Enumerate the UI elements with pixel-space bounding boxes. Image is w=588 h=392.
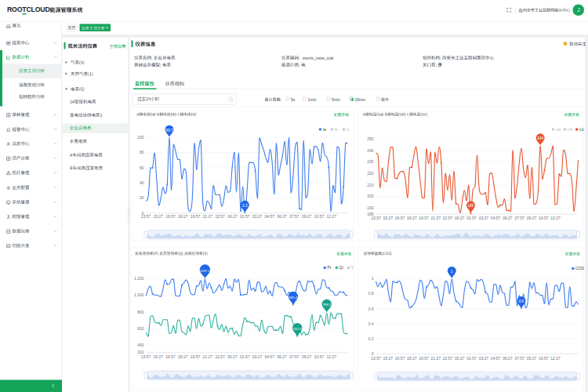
svg-text:03:27: 03:27 [252,214,263,219]
svg-text:04:57: 04:57 [265,354,275,359]
svg-text:18:27: 18:27 [407,356,417,361]
svg-text:20: 20 [140,195,144,200]
svg-text:12:27: 12:27 [550,356,561,361]
svg-text:21:27: 21:27 [431,216,441,220]
svg-text:0.6: 0.6 [368,307,374,311]
svg-text:600: 600 [137,326,144,331]
svg-text:07:57: 07:57 [514,216,524,220]
svg-text:15:27: 15:27 [383,356,393,361]
svg-text:S: S [351,265,354,270]
svg-text:60: 60 [140,165,144,170]
svg-text:07:57: 07:57 [514,356,524,361]
svg-text:04:57: 04:57 [491,356,501,361]
svg-text:Ia: Ia [323,127,326,132]
svg-text:21:27: 21:27 [431,356,441,361]
svg-text:21:27: 21:27 [203,354,213,359]
svg-text:1: 1 [372,276,374,281]
svg-text:22:57: 22:57 [215,354,225,359]
svg-text:Pt: Pt [328,265,332,270]
svg-text:19:57: 19:57 [191,354,201,359]
svg-text:21:27: 21:27 [203,214,213,219]
svg-text:COS: COS [575,266,584,270]
svg-text:04:57: 04:57 [491,216,501,220]
svg-text:0: 0 [372,351,374,356]
svg-text:06:27: 06:27 [277,214,287,219]
svg-text:09:27: 09:27 [527,356,537,361]
svg-text:0.4: 0.4 [368,321,374,326]
svg-text:0.2: 0.2 [368,336,374,341]
svg-text:19:57: 19:57 [419,216,429,220]
svg-text:13:57: 13:57 [371,216,381,220]
svg-text:10:57: 10:57 [314,214,325,219]
svg-text:09:27: 09:27 [302,214,312,219]
svg-text:16:57: 16:57 [165,354,176,359]
svg-text:15:27: 15:27 [383,216,393,220]
svg-text:13:57: 13:57 [141,214,151,219]
svg-text:10:57: 10:57 [539,356,549,361]
svg-text:12:27: 12:27 [550,216,561,220]
svg-text:502.4: 502.4 [293,327,302,331]
svg-text:16:57: 16:57 [395,356,405,361]
svg-text:10:57: 10:57 [314,354,325,359]
svg-text:Ub: Ub [568,127,573,132]
svg-text:09:27: 09:27 [527,216,537,220]
svg-text:06:27: 06:27 [277,354,287,359]
svg-text:00:27: 00:27 [455,216,465,220]
svg-text:881.4: 881.4 [289,296,298,299]
svg-text:Ua: Ua [556,127,561,132]
svg-text:03:27: 03:27 [479,216,489,220]
svg-text:10:57: 10:57 [539,216,549,220]
svg-text:80: 80 [140,150,144,154]
svg-text:22:57: 22:57 [443,216,453,220]
svg-text:15:27: 15:27 [153,354,163,359]
svg-text:Ib: Ib [335,127,338,132]
svg-text:0.6: 0.6 [519,299,524,303]
svg-text:07:57: 07:57 [289,354,299,359]
svg-text:Uc: Uc [579,127,584,132]
svg-text:1,200: 1,200 [134,276,144,281]
svg-text:185: 185 [467,204,474,208]
svg-text:220: 220 [367,171,374,176]
svg-text:18:27: 18:27 [178,354,188,359]
svg-text:1: 1 [451,270,453,274]
svg-text:03:27: 03:27 [252,354,263,359]
svg-text:12:27: 12:27 [326,354,336,359]
svg-text:04:57: 04:57 [265,214,275,219]
svg-text:200: 200 [367,194,374,198]
svg-text:01:57: 01:57 [240,214,250,219]
svg-text:15:27: 15:27 [153,214,163,219]
svg-text:800: 800 [137,310,144,314]
svg-text:06:27: 06:27 [503,356,513,361]
svg-text:Qt: Qt [339,265,344,270]
svg-text:1,000: 1,000 [134,292,144,297]
svg-text:190: 190 [367,205,374,210]
svg-text:400: 400 [137,343,144,347]
svg-text:Ic: Ic [347,127,350,132]
svg-text:240: 240 [367,148,374,153]
svg-text:250: 250 [367,136,374,141]
svg-text:0.3: 0.3 [242,204,248,208]
svg-text:40: 40 [140,180,144,185]
svg-text:00:27: 00:27 [227,354,238,359]
svg-text:18:27: 18:27 [178,214,188,219]
svg-text:01:57: 01:57 [240,354,250,359]
svg-text:99.7: 99.7 [165,129,173,132]
svg-text:03:27: 03:27 [479,356,489,361]
svg-text:00:27: 00:27 [227,214,238,219]
svg-text:13:57: 13:57 [371,356,381,361]
svg-text:16:57: 16:57 [165,214,176,219]
svg-text:0.8: 0.8 [368,291,374,296]
svg-text:210: 210 [367,183,374,187]
svg-text:12:27: 12:27 [326,214,336,219]
svg-text:19:57: 19:57 [191,214,201,219]
svg-text:244: 244 [537,136,543,140]
svg-text:01:57: 01:57 [466,216,477,220]
svg-text:00:27: 00:27 [455,356,465,361]
svg-text:01:57: 01:57 [466,356,477,361]
svg-text:07:57: 07:57 [289,214,299,219]
svg-text:13:57: 13:57 [141,354,151,359]
svg-text:230: 230 [367,159,374,164]
svg-text:16:57: 16:57 [395,216,405,220]
svg-text:06:27: 06:27 [503,216,513,220]
svg-text:09:27: 09:27 [302,354,312,359]
